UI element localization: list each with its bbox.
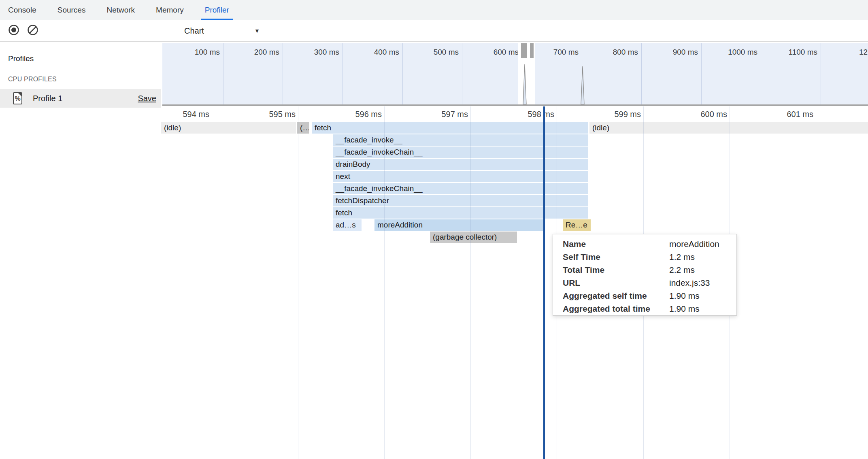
cpu-profiles-section-heading: CPU PROFILES xyxy=(8,76,161,83)
tooltip-field-label: Self Time xyxy=(563,252,669,262)
clear-icon xyxy=(27,24,38,37)
chevron-down-icon: ▼ xyxy=(254,28,260,34)
tooltip-field-value: 1.90 ms xyxy=(669,304,700,314)
tooltip-field-label: URL xyxy=(563,278,669,288)
flame-chart-pane: Chart ▼ 100 ms200 ms300 ms400 ms500 ms60… xyxy=(161,20,868,459)
flame-gridline xyxy=(816,106,816,459)
profile-name: Profile 1 xyxy=(33,94,62,103)
ruler-tick-label: 596 ms xyxy=(301,110,382,119)
flame-bar-idle[interactable]: (idle) xyxy=(161,122,296,134)
clear-profiles-button[interactable] xyxy=(27,25,39,37)
profiles-heading: Profiles xyxy=(8,54,161,63)
tooltip-row: URLindex.js:33 xyxy=(563,276,736,289)
flame-bar-ree[interactable]: Re…e xyxy=(563,219,591,231)
tooltip-field-value: 1.90 ms xyxy=(669,291,700,301)
flame-bar-facadeinvokechain[interactable]: __facade_invokeChain__ xyxy=(333,147,588,158)
flame-bar-fetch[interactable]: fetch xyxy=(312,122,588,134)
ruler-tick-label: 598 ms xyxy=(473,110,554,119)
tab-network[interactable]: Network xyxy=(103,0,138,20)
ruler-tick-label: 599 ms xyxy=(560,110,641,119)
selection-handle-right[interactable] xyxy=(530,43,534,58)
sidebar-item-profile-1[interactable]: % Profile 1 Save xyxy=(0,89,161,108)
tab-sources[interactable]: Sources xyxy=(54,0,89,20)
flame-bar-fetch[interactable]: fetch xyxy=(333,207,588,219)
tooltip-row: Aggregated self time1.90 ms xyxy=(563,289,736,302)
devtools-profiler-panel: ConsoleSourcesNetworkMemoryProfiler xyxy=(0,0,868,459)
ruler-tick-label: 595 ms xyxy=(215,110,296,119)
tooltip-field-label: Aggregated total time xyxy=(563,304,669,314)
tooltip-field-value: moreAddition xyxy=(669,239,719,249)
view-mode-select[interactable]: Chart ▼ xyxy=(184,25,265,37)
devtools-tab-bar: ConsoleSourcesNetworkMemoryProfiler xyxy=(0,0,868,20)
record-button[interactable] xyxy=(8,25,20,37)
tab-label: Console xyxy=(8,6,36,15)
tooltip-field-label: Aggregated self time xyxy=(563,291,669,301)
timeline-overview[interactable]: 100 ms200 ms300 ms400 ms500 ms600 ms700 … xyxy=(162,43,868,106)
ruler-tick-label: 597 ms xyxy=(387,110,468,119)
chart-view-toolbar: Chart ▼ xyxy=(161,20,868,42)
tab-console[interactable]: Console xyxy=(4,0,40,20)
tooltip-row: Self Time1.2 ms xyxy=(563,251,736,264)
flame-bar-moreaddition[interactable]: moreAddition xyxy=(374,219,543,231)
tab-memory[interactable]: Memory xyxy=(152,0,187,20)
tooltip-row: Total Time2.2 ms xyxy=(563,264,736,276)
tooltip-field-value: index.js:33 xyxy=(669,278,710,288)
cpu-activity-spikes xyxy=(162,43,868,104)
record-icon xyxy=(8,24,19,37)
ruler-tick-label: 600 ms xyxy=(646,110,727,119)
ruler-tick-label: 594 ms xyxy=(161,110,209,119)
profile-document-icon: % xyxy=(13,92,22,104)
flame-bar-fetchdispatcher[interactable]: fetchDispatcher xyxy=(333,195,588,206)
tooltip-field-label: Total Time xyxy=(563,265,669,275)
profiler-sidebar: Profiles CPU PROFILES % Profile 1 Save xyxy=(0,20,161,459)
flame-bar-next[interactable]: next xyxy=(333,171,588,182)
flame-bar-garbagecollector[interactable]: (garbage collector) xyxy=(430,232,517,243)
flame-bar-frame[interactable]: (… xyxy=(297,122,309,134)
playhead-line xyxy=(543,106,545,459)
view-mode-value: Chart xyxy=(184,26,204,36)
save-profile-link[interactable]: Save xyxy=(138,94,156,103)
tab-profiler[interactable]: Profiler xyxy=(201,0,233,20)
tooltip-row: NamemoreAddition xyxy=(563,238,736,251)
ruler-tick-label: 601 ms xyxy=(732,110,813,119)
flame-gridline xyxy=(298,106,298,459)
tab-label: Profiler xyxy=(205,6,229,15)
flame-bar-drainbody[interactable]: drainBody xyxy=(333,159,588,170)
profiler-toolbar xyxy=(0,20,161,42)
tooltip-row: Aggregated total time1.90 ms xyxy=(563,302,736,315)
tab-label: Sources xyxy=(57,6,86,15)
selection-handle-left[interactable] xyxy=(521,43,527,58)
flame-gridline xyxy=(470,106,471,459)
flame-chart-timeline[interactable]: 594 ms595 ms596 ms597 ms598 ms599 ms600 … xyxy=(161,106,868,459)
tooltip-field-label: Name xyxy=(563,239,669,249)
flame-bar-idle[interactable]: (idle) xyxy=(589,122,868,134)
flame-bar-facadeinvokechain[interactable]: __facade_invokeChain__ xyxy=(333,183,588,194)
flame-bar-facadeinvoke[interactable]: __facade_invoke__ xyxy=(333,134,588,146)
tab-label: Network xyxy=(106,6,135,15)
tooltip-field-value: 2.2 ms xyxy=(669,265,695,275)
frame-details-tooltip: NamemoreAdditionSelf Time1.2 msTotal Tim… xyxy=(553,234,737,316)
flame-bar-ads[interactable]: ad…s xyxy=(333,219,362,231)
flame-gridline xyxy=(384,106,385,459)
tooltip-field-value: 1.2 ms xyxy=(669,252,695,262)
flame-gridline xyxy=(212,106,212,459)
tab-label: Memory xyxy=(156,6,184,15)
